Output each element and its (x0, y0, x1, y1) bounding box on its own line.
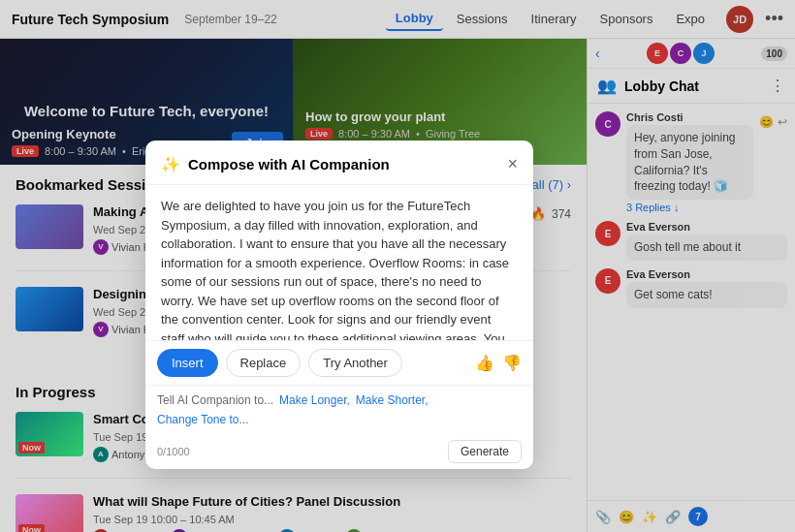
ai-modal-actions: Insert Replace Try Another 👍 👎 (145, 340, 533, 385)
make-shorter-link[interactable]: Make Shorter, (356, 393, 429, 407)
ai-modal-body: We are delighted to have you join us for… (145, 185, 533, 340)
thumbs-up-icon[interactable]: 👍 (475, 354, 494, 372)
ai-input-row: Tell AI Companion to... Make Longer, Mak… (145, 385, 533, 434)
close-icon[interactable]: × (507, 154, 518, 174)
ai-compose-modal: ✨ Compose with AI Companion × We are del… (145, 141, 533, 469)
make-longer-link[interactable]: Make Longer, (279, 393, 350, 407)
generate-button[interactable]: Generate (448, 440, 522, 463)
thumbs-down-icon[interactable]: 👎 (502, 354, 522, 372)
ai-modal-title: Compose with AI Companion (188, 156, 499, 172)
try-another-button[interactable]: Try Another (308, 349, 402, 377)
ai-modal-footer: 0/1000 Generate (145, 434, 533, 469)
change-tone-link[interactable]: Change Tone to... (157, 413, 249, 426)
char-count: 0/1000 (157, 446, 190, 457)
insert-button[interactable]: Insert (157, 349, 218, 377)
feedback-icons: 👍 👎 (475, 354, 522, 372)
ai-modal-header: ✨ Compose with AI Companion × (145, 141, 533, 185)
replace-button[interactable]: Replace (226, 349, 302, 377)
ai-modal-overlay: ✨ Compose with AI Companion × We are del… (0, 0, 795, 532)
tell-ai-label: Tell AI Companion to... (157, 393, 273, 407)
ai-sparkle-icon: ✨ (161, 155, 180, 173)
